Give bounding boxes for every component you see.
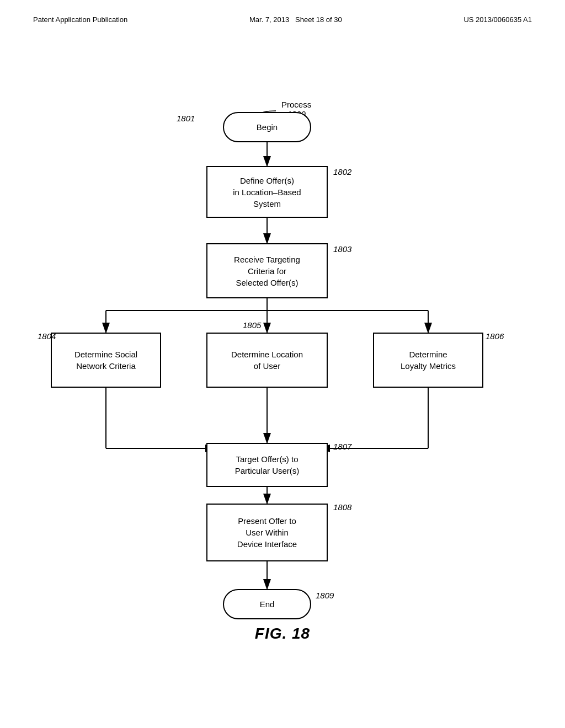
define-id: 1802 — [333, 167, 351, 176]
present-node: Present Offer to User Within Device Inte… — [206, 504, 328, 561]
header: Patent Application Publication Mar. 7, 2… — [0, 0, 565, 24]
target-id: 1807 — [333, 442, 351, 451]
define-node: Define Offer(s) in Location–Based System — [206, 166, 328, 218]
end-label: End — [260, 599, 275, 610]
page: Patent Application Publication Mar. 7, 2… — [0, 0, 565, 728]
header-left: Patent Application Publication — [33, 15, 127, 24]
present-id: 1808 — [333, 502, 351, 512]
present-label: Present Offer to User Within Device Inte… — [237, 515, 297, 550]
social-id: 1804 — [38, 331, 56, 341]
location-node: Determine Location of User — [206, 333, 328, 388]
receive-id: 1803 — [333, 244, 351, 254]
header-right: US 2013/0060635 A1 — [463, 15, 532, 24]
figure-label: FIG. 18 — [0, 625, 565, 643]
end-node: End — [223, 589, 311, 619]
begin-node: Begin — [223, 112, 311, 142]
location-label: Determine Location of User — [231, 349, 303, 372]
begin-id: 1801 — [177, 114, 195, 123]
target-node: Target Offer(s) to Particular User(s) — [206, 443, 328, 487]
receive-label: Receive Targeting Criteria for Selected … — [234, 254, 300, 288]
loyalty-node: Determine Loyalty Metrics — [373, 333, 483, 388]
receive-node: Receive Targeting Criteria for Selected … — [206, 243, 328, 298]
loyalty-id: 1806 — [486, 331, 504, 341]
target-label: Target Offer(s) to Particular User(s) — [235, 453, 300, 477]
social-node: Determine Social Network Criteria — [51, 333, 161, 388]
diagram: Process 1800 Begin 1801 Define Offer(s) … — [0, 24, 565, 658]
location-id: 1805 — [243, 320, 261, 330]
begin-label: Begin — [257, 122, 278, 133]
header-sheet: Sheet 18 of 30 — [295, 15, 342, 24]
header-date: Mar. 7, 2013 — [249, 15, 289, 24]
end-id: 1809 — [316, 591, 334, 600]
loyalty-label: Determine Loyalty Metrics — [401, 349, 456, 372]
header-center: Mar. 7, 2013 Sheet 18 of 30 — [249, 15, 342, 24]
define-label: Define Offer(s) in Location–Based System — [233, 175, 301, 210]
social-label: Determine Social Network Criteria — [74, 349, 137, 372]
